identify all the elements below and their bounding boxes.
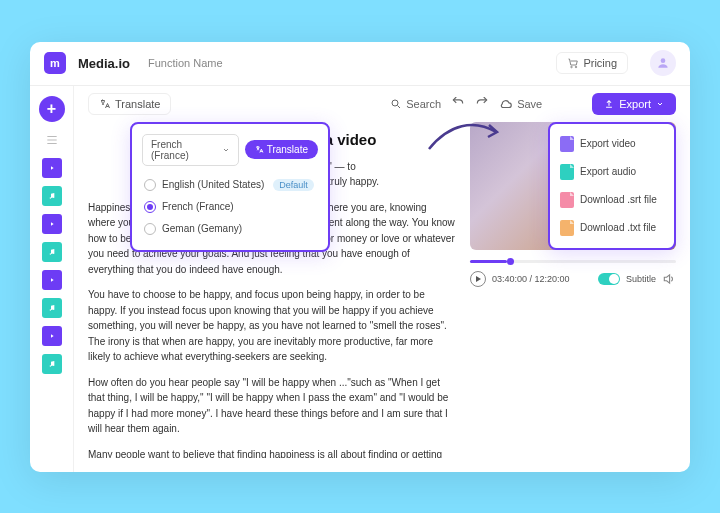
export-option-label: Download .srt file xyxy=(580,194,657,205)
download-srt-option[interactable]: Download .srt file xyxy=(556,186,668,214)
paragraph: How often do you hear people say "I will… xyxy=(88,375,456,437)
svg-point-10 xyxy=(49,253,50,254)
file-icon xyxy=(560,136,574,152)
language-label: English (United States) xyxy=(162,179,264,190)
export-option-label: Download .txt file xyxy=(580,222,656,233)
brand-name: Media.io xyxy=(78,56,130,71)
search-label: Search xyxy=(406,98,441,110)
selected-language: French (France) xyxy=(151,139,222,161)
export-video-option[interactable]: Export video xyxy=(556,130,668,158)
language-option[interactable]: English (United States) Default xyxy=(142,174,318,196)
svg-marker-9 xyxy=(51,222,54,225)
export-button[interactable]: Export xyxy=(592,93,676,115)
svg-point-0 xyxy=(571,66,573,68)
search-button[interactable]: Search xyxy=(390,98,441,110)
svg-point-1 xyxy=(576,66,578,68)
translate-icon xyxy=(255,145,264,154)
toolbar: Translate Search Save Export xyxy=(74,86,690,122)
video-file-icon[interactable] xyxy=(42,158,62,178)
paragraph: Many people want to believe that finding… xyxy=(88,447,456,458)
chevron-down-icon xyxy=(656,100,664,108)
audio-file-icon[interactable] xyxy=(42,242,62,262)
language-option[interactable]: Geman (Gemany) xyxy=(142,218,318,240)
export-dropdown: Export video Export audio Download .srt … xyxy=(548,122,676,250)
play-button[interactable] xyxy=(470,271,486,287)
save-label: Save xyxy=(517,98,542,110)
undo-button[interactable] xyxy=(451,97,465,111)
audio-file-icon[interactable] xyxy=(42,298,62,318)
time-display: 03:40:00 / 12:20:00 xyxy=(492,274,570,284)
function-name-label: Function Name xyxy=(148,57,223,69)
language-label: Geman (Gemany) xyxy=(162,223,242,234)
player-controls: 03:40:00 / 12:20:00 Subtitle xyxy=(470,271,676,287)
default-badge: Default xyxy=(273,179,314,191)
translate-label: Translate xyxy=(115,98,160,110)
audio-file-icon[interactable] xyxy=(42,354,62,374)
svg-point-13 xyxy=(49,309,50,310)
cart-icon xyxy=(567,57,579,69)
translate-action-button[interactable]: Translate xyxy=(245,140,318,159)
file-icon xyxy=(560,220,574,236)
svg-point-18 xyxy=(392,100,398,106)
translate-icon xyxy=(99,98,111,110)
translate-button[interactable]: Translate xyxy=(88,93,171,115)
search-icon xyxy=(390,98,402,110)
svg-marker-15 xyxy=(51,334,54,337)
svg-point-2 xyxy=(661,58,666,63)
timeline-slider[interactable] xyxy=(470,260,676,263)
radio-icon xyxy=(144,201,156,213)
video-file-icon[interactable] xyxy=(42,214,62,234)
svg-line-19 xyxy=(398,105,401,108)
video-file-icon[interactable] xyxy=(42,326,62,346)
app-logo: m xyxy=(44,52,66,74)
file-icon xyxy=(560,164,574,180)
pricing-button[interactable]: Pricing xyxy=(556,52,628,74)
file-icon xyxy=(560,192,574,208)
language-option[interactable]: French (France) xyxy=(142,196,318,218)
translate-dropdown: French (France) Translate English (Unite… xyxy=(130,122,330,252)
translate-action-label: Translate xyxy=(267,144,308,155)
app-window: m Media.io Function Name Pricing + xyxy=(30,42,690,472)
svg-point-11 xyxy=(53,252,54,253)
volume-icon[interactable] xyxy=(662,272,676,286)
audio-file-icon[interactable] xyxy=(42,186,62,206)
language-label: French (France) xyxy=(162,201,234,212)
export-option-label: Export video xyxy=(580,138,636,149)
export-option-label: Export audio xyxy=(580,166,636,177)
svg-point-14 xyxy=(53,308,54,309)
chevron-down-icon xyxy=(222,146,230,154)
radio-icon xyxy=(144,179,156,191)
svg-point-17 xyxy=(53,364,54,365)
svg-marker-12 xyxy=(51,278,54,281)
pricing-label: Pricing xyxy=(583,57,617,69)
export-audio-option[interactable]: Export audio xyxy=(556,158,668,186)
avatar[interactable] xyxy=(650,50,676,76)
upload-icon xyxy=(604,99,614,109)
topbar: m Media.io Function Name Pricing xyxy=(30,42,690,86)
svg-point-16 xyxy=(49,365,50,366)
language-select[interactable]: French (France) xyxy=(142,134,239,166)
video-file-icon[interactable] xyxy=(42,270,62,290)
subtitle-label: Subtitle xyxy=(626,274,656,284)
radio-icon xyxy=(144,223,156,235)
add-button[interactable]: + xyxy=(39,96,65,122)
save-button[interactable]: Save xyxy=(499,97,542,111)
svg-point-7 xyxy=(49,197,50,198)
subtitle-toggle[interactable] xyxy=(598,273,620,285)
export-label: Export xyxy=(619,98,651,110)
svg-point-8 xyxy=(53,196,54,197)
redo-button[interactable] xyxy=(475,97,489,111)
main: Translate Search Save Export xyxy=(74,86,690,472)
svg-marker-6 xyxy=(51,166,54,169)
sidebar: + xyxy=(30,86,74,472)
paragraph: You have to choose to be happy, and focu… xyxy=(88,287,456,365)
download-txt-option[interactable]: Download .txt file xyxy=(556,214,668,242)
menu-icon[interactable] xyxy=(42,130,62,150)
cloud-icon xyxy=(499,97,513,111)
